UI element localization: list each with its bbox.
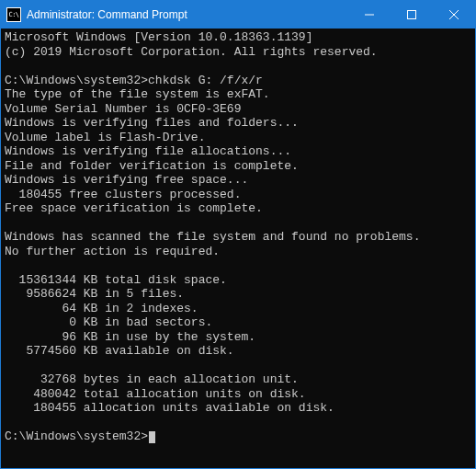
terminal-line: 180455 allocation units available on dis… [5, 401, 471, 416]
terminal-line: Free space verification is complete. [5, 201, 471, 216]
terminal-line: No further action is required. [5, 245, 471, 259]
terminal-line: Windows is verifying files and folders..… [5, 116, 471, 131]
terminal-line: 32768 bytes in each allocation unit. [5, 372, 471, 387]
terminal-line: 0 KB in bad sectors. [5, 315, 471, 330]
app-icon: C:\ [6, 7, 21, 22]
terminal-line: 64 KB in 2 indexes. [5, 302, 471, 316]
terminal-line: 9586624 KB in 5 files. [5, 287, 471, 302]
close-icon [449, 10, 459, 19]
window-controls [348, 1, 475, 29]
svg-rect-1 [408, 11, 416, 19]
terminal-line: 96 KB in use by the system. [5, 330, 471, 345]
terminal-line [5, 258, 471, 273]
terminal-line: 180455 free clusters processed. [5, 188, 471, 202]
terminal-line: Windows has scanned the file system and … [5, 230, 471, 245]
prompt-text: C:\Windows\system32> [5, 429, 148, 443]
titlebar[interactable]: C:\ Administrator: Command Prompt [1, 1, 475, 29]
terminal-line: Windows is verifying file allocations... [5, 144, 471, 159]
command-prompt-window: C:\ Administrator: Command Prompt Micros… [0, 0, 476, 469]
terminal-line: The type of the file system is exFAT. [5, 87, 471, 102]
terminal-line: (c) 2019 Microsoft Corporation. All righ… [5, 45, 471, 60]
terminal-line: Volume label is Flash-Drive. [5, 131, 471, 145]
cursor [149, 431, 155, 443]
terminal-line: File and folder verification is complete… [5, 159, 471, 174]
terminal-line: 5774560 KB available on disk. [5, 344, 471, 359]
terminal-line: Volume Serial Number is 0CF0-3E69 [5, 102, 471, 117]
terminal-line: C:\Windows\system32>chkdsk G: /f/x/r [5, 74, 471, 88]
terminal-line: 15361344 KB total disk space. [5, 273, 471, 288]
terminal-line [5, 359, 471, 373]
close-button[interactable] [433, 1, 475, 29]
terminal-line [5, 416, 471, 430]
maximize-icon [407, 10, 416, 19]
minimize-icon [365, 10, 374, 19]
terminal-line [5, 59, 471, 74]
terminal-line: 480042 total allocation units on disk. [5, 387, 471, 402]
terminal-output[interactable]: Microsoft Windows [Version 10.0.18363.11… [1, 29, 475, 468]
window-title: Administrator: Command Prompt [27, 8, 348, 21]
terminal-prompt[interactable]: C:\Windows\system32> [5, 429, 471, 444]
terminal-line [5, 216, 471, 231]
terminal-line: Windows is verifying free space... [5, 173, 471, 188]
minimize-button[interactable] [348, 1, 391, 29]
terminal-line: Microsoft Windows [Version 10.0.18363.11… [5, 30, 471, 45]
maximize-button[interactable] [391, 1, 433, 29]
